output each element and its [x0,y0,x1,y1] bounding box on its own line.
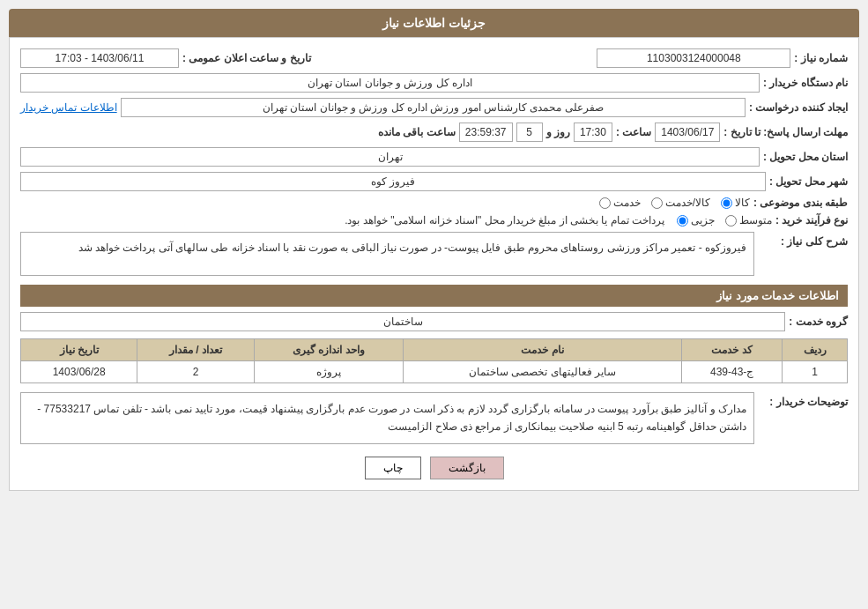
buyer-notes-label: توضیحات خریدار : [760,392,848,408]
buyer-notes-section: توضیحات خریدار : مدارک و آنالیز طبق برآو… [20,392,848,444]
delivery-province-value: تهران [20,147,760,167]
cell-date: 1403/06/28 [21,361,137,383]
category-label: طبقه بندی موضوعی : [753,197,848,209]
category-both-label: کالا/خدمت [665,197,710,209]
process-option-partial: جزیی [677,214,715,227]
category-goods-label: کالا [735,197,750,209]
services-table: ردیف کد خدمت نام خدمت واحد اندازه گیری ت… [20,338,848,383]
col-unit: واحد اندازه گیری [254,339,403,361]
cell-quantity: 2 [137,361,254,383]
response-days-label: روز و [546,126,570,138]
response-remaining-label: ساعت باقی مانده [378,126,456,138]
creator-value: صفرعلی محمدی کارشناس امور ورزش اداره کل … [121,98,746,117]
process-row: نوع فرآیند خرید : جزیی متوسط پرداخت تمام… [20,214,848,227]
table-header-row: ردیف کد خدمت نام خدمت واحد اندازه گیری ت… [21,339,848,361]
buyer-notes-text: مدارک و آنالیز طبق برآورد پیوست در سامان… [20,392,754,444]
process-option-medium: متوسط [725,214,772,227]
need-number-label: شماره نیاز : [794,52,848,64]
response-deadline-label: مهلت ارسال پاسخ: تا تاریخ : [723,126,848,138]
services-section-header: اطلاعات خدمات مورد نیاز [20,285,848,307]
category-radio-goods[interactable] [721,197,732,209]
services-table-section: ردیف کد خدمت نام خدمت واحد اندازه گیری ت… [20,338,848,383]
process-partial-label: جزیی [691,214,715,227]
cell-row: 1 [783,361,848,383]
col-date: تاریخ نیاز [21,339,137,361]
cell-code: ج-43-439 [682,361,783,383]
category-option-goods: کالا [721,197,750,209]
delivery-city-row: شهر محل تحویل : فیروز کوه [20,172,848,191]
need-number-value: 1103003124000048 [597,48,790,68]
response-date: 1403/06/17 [655,123,720,142]
delivery-province-row: استان محل تحویل : تهران [20,147,848,167]
date-announce-label: تاریخ و ساعت اعلان عمومی : [182,52,311,64]
process-medium-label: متوسط [739,214,772,227]
response-days: 5 [516,123,543,142]
main-container: جزئیات اطلاعات نیاز شماره نیاز : 1103003… [0,0,868,500]
buyer-org-row: نام دستگاه خریدار : اداره کل ورزش و جوان… [20,73,848,93]
col-name: نام خدمت [404,339,682,361]
service-group-value: ساختمان [20,312,785,331]
response-time-label: ساعت : [616,126,651,138]
creator-row: ایجاد کننده درخواست : صفرعلی محمدی کارشن… [20,98,848,117]
cell-unit: پروژه [254,361,403,383]
category-option-service: خدمت [599,197,641,209]
category-option-both: کالا/خدمت [651,197,710,209]
buyer-org-value: اداره کل ورزش و جوانان استان تهران [20,73,760,93]
process-radio-group: جزیی متوسط [677,214,772,227]
contact-link[interactable]: اطلاعات تماس خریدار [20,101,117,114]
process-radio-medium[interactable] [725,215,737,227]
description-text: فیروزکوه - تعمیر مراکز ورزشی روستاهای مح… [20,232,754,276]
cell-name: سایر فعالیتهای تخصصی ساختمان [404,361,682,383]
process-radio-partial[interactable] [677,215,688,227]
page-title: جزئیات اطلاعات نیاز [9,9,859,37]
response-time: 17:30 [574,123,612,142]
need-number-row: شماره نیاز : 1103003124000048 تاریخ و سا… [20,48,848,68]
description-label: شرح کلی نیاز : [760,232,848,248]
col-code: کد خدمت [682,339,783,361]
response-deadline-row: مهلت ارسال پاسخ: تا تاریخ : 1403/06/17 س… [20,123,848,142]
back-button[interactable]: بازگشت [430,457,504,479]
print-button[interactable]: چاپ [365,457,421,479]
delivery-province-label: استان محل تحویل : [763,151,848,163]
description-section: شرح کلی نیاز : فیروزکوه - تعمیر مراکز ور… [20,232,848,276]
process-label: نوع فرآیند خرید : [775,214,848,227]
col-qty: تعداد / مقدار [137,339,254,361]
process-note: پرداخت تمام یا بخشی از مبلغ خریدار محل "… [345,214,664,227]
category-radio-both[interactable] [651,197,663,209]
service-group-row: گروه خدمت : ساختمان [20,312,848,331]
announce-date-value: 1403/06/11 - 17:03 [20,48,179,68]
buttons-row: بازگشت چاپ [20,457,848,479]
service-group-label: گروه خدمت : [789,316,848,328]
table-row: 1 ج-43-439 سایر فعالیتهای تخصصی ساختمان … [21,361,848,383]
delivery-city-value: فیروز کوه [20,172,766,191]
response-remaining: 23:59:37 [459,123,513,142]
category-radio-group: خدمت کالا/خدمت کالا [599,197,750,209]
category-radio-service[interactable] [599,197,611,209]
category-service-label: خدمت [613,197,641,209]
delivery-city-label: شهر محل تحویل : [769,175,848,188]
creator-label: ایجاد کننده درخواست : [749,101,848,114]
category-row: طبقه بندی موضوعی : خدمت کالا/خدمت کالا [20,197,848,209]
content-box: شماره نیاز : 1103003124000048 تاریخ و سا… [9,37,859,491]
col-row: ردیف [783,339,848,361]
buyer-org-label: نام دستگاه خریدار : [763,77,848,89]
